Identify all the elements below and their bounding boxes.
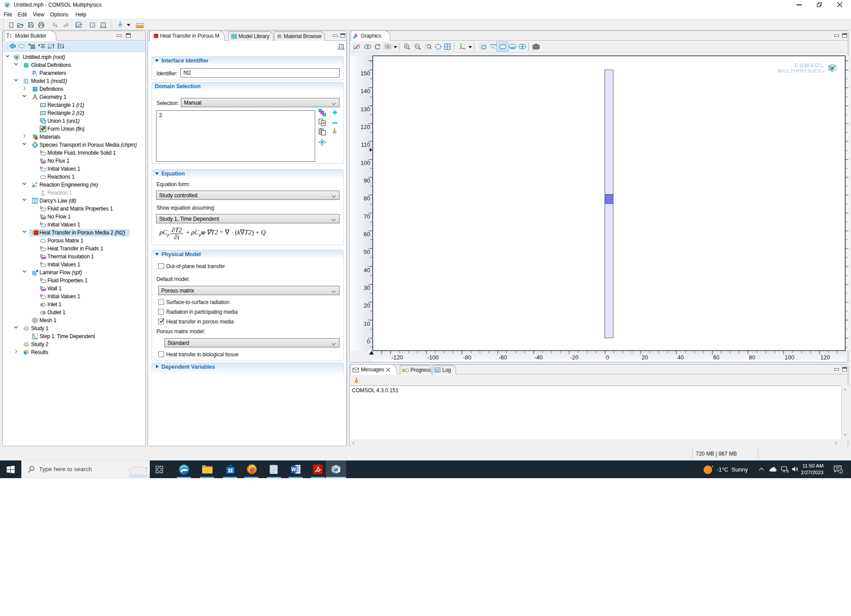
svg-text:1: 1 bbox=[840, 470, 842, 474]
svg-text:W: W bbox=[291, 467, 296, 472]
